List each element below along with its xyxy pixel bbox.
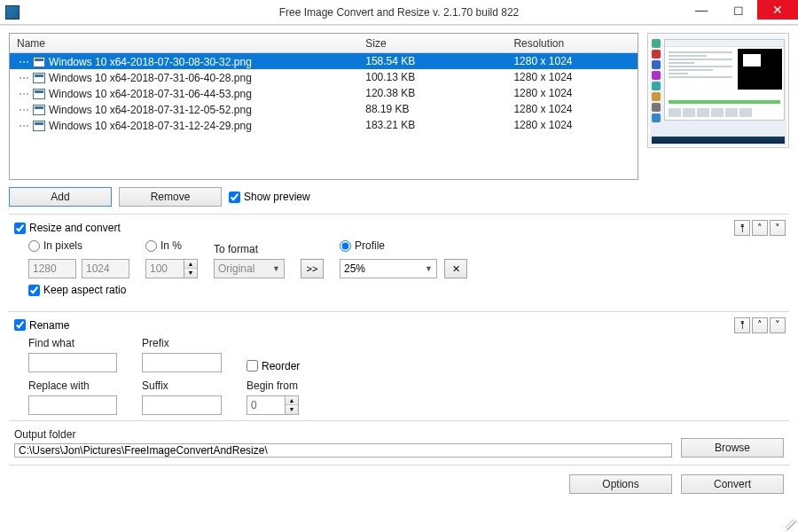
chevron-down-icon: ▼ bbox=[425, 264, 433, 273]
file-name: Windows 10 x64-2018-07-31-12-24-29.png bbox=[49, 120, 252, 132]
col-size-header[interactable]: Size bbox=[358, 37, 506, 50]
preview-pane bbox=[647, 33, 789, 148]
close-button[interactable]: ✕ bbox=[757, 0, 798, 20]
section-collapse-down-icon[interactable]: ˅ bbox=[770, 317, 786, 333]
resize-grip-icon[interactable] bbox=[786, 520, 796, 530]
image-file-icon bbox=[33, 105, 45, 115]
file-row[interactable]: ⋯Windows 10 x64-2018-07-31-12-24-29.png1… bbox=[10, 117, 638, 133]
browse-button[interactable]: Browse bbox=[681, 438, 784, 458]
image-file-icon bbox=[33, 89, 45, 99]
file-row[interactable]: ⋯Windows 10 x64-2018-07-30-08-30-32.png1… bbox=[10, 53, 638, 69]
file-row[interactable]: ⋯Windows 10 x64-2018-07-31-06-40-28.png1… bbox=[10, 69, 638, 85]
replace-input[interactable] bbox=[28, 395, 117, 415]
file-size: 100.13 KB bbox=[358, 71, 506, 83]
height-input[interactable] bbox=[82, 259, 129, 278]
profile-select[interactable]: 25% ▼ bbox=[340, 259, 437, 278]
profile-radio[interactable]: Profile bbox=[340, 239, 467, 252]
file-list-header[interactable]: Name Size Resolution bbox=[10, 34, 638, 53]
add-button[interactable]: Add bbox=[9, 187, 112, 207]
output-folder-label: Output folder bbox=[14, 428, 672, 441]
clear-profile-button[interactable]: ✕ bbox=[444, 259, 467, 278]
suffix-label: Suffix bbox=[142, 379, 222, 392]
file-resolution: 1280 x 1024 bbox=[506, 103, 638, 115]
file-resolution: 1280 x 1024 bbox=[506, 55, 638, 67]
file-size: 183.21 KB bbox=[358, 119, 506, 131]
spin-up-icon[interactable]: ▲ bbox=[184, 260, 197, 269]
find-input[interactable] bbox=[28, 353, 117, 372]
show-preview-checkbox[interactable]: Show preview bbox=[229, 191, 310, 203]
maximize-button[interactable]: ◻ bbox=[720, 0, 757, 20]
file-resolution: 1280 x 1024 bbox=[506, 87, 638, 99]
rename-section: Rename ⭱ ˄ ˅ Find what Replace with Pref… bbox=[9, 311, 789, 420]
file-name: Windows 10 x64-2018-07-31-06-44-53.png bbox=[49, 88, 252, 100]
prefix-input[interactable] bbox=[142, 353, 222, 372]
col-name-header[interactable]: Name bbox=[10, 37, 358, 50]
file-list[interactable]: Name Size Resolution ⋯Windows 10 x64-201… bbox=[9, 33, 638, 180]
col-res-header[interactable]: Resolution bbox=[506, 37, 638, 50]
spin-down-icon[interactable]: ▼ bbox=[184, 269, 197, 278]
file-resolution: 1280 x 1024 bbox=[506, 119, 638, 131]
replace-with-label: Replace with bbox=[28, 379, 117, 392]
minimize-button[interactable]: — bbox=[683, 0, 720, 20]
chevron-down-icon: ▼ bbox=[272, 264, 280, 273]
percent-spinner[interactable]: ▲▼ bbox=[145, 259, 198, 278]
format-select[interactable]: Original ▼ bbox=[214, 259, 285, 278]
file-size: 158.54 KB bbox=[358, 55, 506, 67]
section-collapse-up-icon[interactable]: ˄ bbox=[752, 317, 768, 333]
find-what-label: Find what bbox=[28, 337, 117, 349]
width-input[interactable] bbox=[28, 259, 76, 278]
remove-button[interactable]: Remove bbox=[119, 187, 222, 207]
file-resolution: 1280 x 1024 bbox=[506, 71, 638, 83]
prefix-label: Prefix bbox=[142, 337, 222, 349]
file-name: Windows 10 x64-2018-07-31-06-40-28.png bbox=[49, 72, 252, 84]
section-collapse-up-icon[interactable]: ˄ bbox=[752, 220, 768, 236]
image-file-icon bbox=[33, 57, 45, 67]
begin-spinner[interactable]: ▲▼ bbox=[246, 395, 300, 415]
spin-up-icon[interactable]: ▲ bbox=[286, 396, 298, 405]
file-size: 120.38 KB bbox=[358, 87, 506, 99]
file-size: 88.19 KB bbox=[358, 103, 506, 115]
file-name: Windows 10 x64-2018-07-31-12-05-52.png bbox=[49, 104, 252, 116]
rename-enable-checkbox[interactable]: Rename bbox=[14, 319, 69, 332]
to-format-label: To format bbox=[214, 243, 285, 255]
file-name: Windows 10 x64-2018-07-30-08-30-32.png bbox=[49, 56, 252, 68]
image-file-icon bbox=[33, 73, 45, 83]
title-bar: Free Image Convert and Resize v. 2.1.70 … bbox=[0, 0, 798, 25]
begin-from-label: Begin from bbox=[246, 379, 300, 392]
file-row[interactable]: ⋯Windows 10 x64-2018-07-31-12-05-52.png8… bbox=[10, 101, 638, 117]
section-collapse-down-icon[interactable]: ˅ bbox=[770, 220, 786, 236]
window-title: Free Image Convert and Resize v. 2.1.70 … bbox=[0, 6, 798, 19]
section-collapse-full-icon[interactable]: ⭱ bbox=[734, 220, 750, 236]
file-row[interactable]: ⋯Windows 10 x64-2018-07-31-06-44-53.png1… bbox=[10, 85, 638, 101]
spin-down-icon[interactable]: ▼ bbox=[286, 405, 298, 414]
output-folder-input[interactable] bbox=[14, 443, 672, 458]
in-pixels-radio[interactable]: In pixels bbox=[28, 239, 129, 252]
footer: Options Convert bbox=[9, 465, 789, 499]
section-collapse-full-icon[interactable]: ⭱ bbox=[734, 317, 750, 333]
output-folder-section: Output folder Browse bbox=[9, 420, 789, 465]
convert-button[interactable]: Convert bbox=[681, 474, 784, 494]
keep-aspect-checkbox[interactable]: Keep aspect ratio bbox=[28, 284, 126, 296]
image-file-icon bbox=[33, 121, 45, 131]
resize-section: Resize and convert ⭱ ˄ ˅ In pixels bbox=[9, 214, 789, 304]
apply-format-button[interactable]: >> bbox=[301, 259, 324, 278]
suffix-input[interactable] bbox=[142, 395, 222, 415]
reorder-checkbox[interactable]: Reorder bbox=[246, 360, 300, 372]
resize-enable-checkbox[interactable]: Resize and convert bbox=[14, 222, 121, 234]
options-button[interactable]: Options bbox=[569, 474, 672, 494]
in-percent-radio[interactable]: In % bbox=[145, 239, 198, 252]
